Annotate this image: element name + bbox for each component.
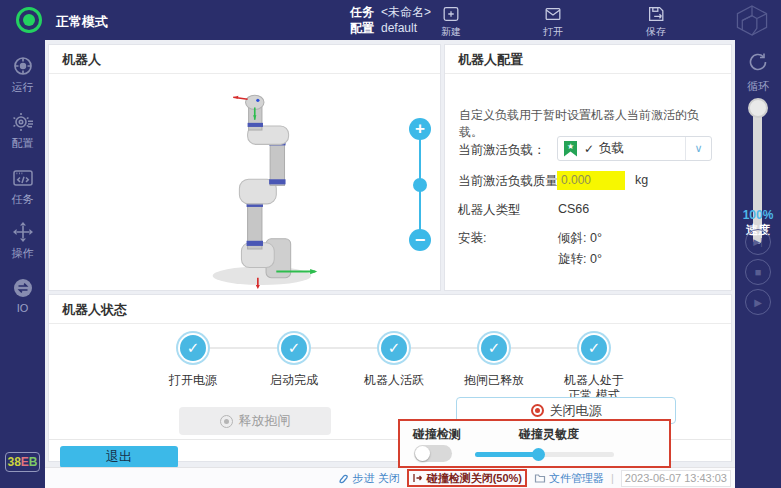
zoom-out-button[interactable]: − (409, 229, 431, 251)
config-value: default (381, 20, 417, 36)
loop-icon (746, 50, 770, 74)
badge-char-4: B (29, 455, 38, 469)
bottom-statusbar: 步进 关闭 碰撞检测关闭(50%) 文件管理器 | 2023-06-07 13:… (45, 467, 735, 488)
exit-button[interactable]: 退出 (60, 446, 178, 468)
robot-render (189, 89, 339, 289)
minus-icon: − (415, 230, 426, 251)
release-brake-button[interactable]: 释放抱闸 (179, 407, 331, 435)
sidebar-item-task-label: 任务 (0, 192, 45, 207)
exit-label: 退出 (106, 448, 132, 466)
save-task-button[interactable]: 保存 (632, 4, 680, 39)
step-text: 启动完成 (248, 373, 340, 388)
active-payload-label: 当前激活负载： (458, 142, 546, 159)
toggle-knob (415, 446, 430, 461)
sidebar-item-io-label: IO (0, 302, 45, 314)
payload-mass-unit: kg (635, 173, 648, 187)
loop-label: 循环 (735, 79, 781, 94)
sidebar-item-config-label: 配置 (0, 136, 45, 151)
left-sidebar: 运行 配置 任务 操作 IO 38EB (0, 40, 45, 488)
bookmark-icon: ★ (564, 141, 577, 157)
mount-label: 安装: (458, 230, 486, 247)
collision-status-text: 碰撞检测关闭(50%) (427, 471, 522, 486)
collision-detection-toggle[interactable] (414, 445, 452, 462)
stop-button[interactable]: ■ (745, 259, 771, 285)
robot-type-value: CS66 (558, 202, 589, 216)
payload-mass-label: 当前激活负载质量： (458, 173, 571, 190)
status-panel-title: 机器人状态 (49, 295, 731, 324)
sidebar-item-operate-label: 操作 (0, 246, 45, 261)
step-text: 机器人处于 (548, 373, 640, 388)
collision-detection-label: 碰撞检测 (413, 426, 461, 443)
mode-label: 正常模式 (56, 13, 108, 31)
step-text: 机器人活跃 (348, 373, 440, 388)
open-task-button[interactable]: 打开 (529, 4, 577, 39)
play-button[interactable]: ▶ (745, 289, 771, 315)
speed-value: 100% (735, 208, 781, 222)
collision-status-indicator[interactable]: 碰撞检测关闭(50%) (407, 469, 527, 487)
collision-sensitivity-slider[interactable] (475, 452, 614, 457)
file-manager-text: 文件管理器 (549, 471, 604, 486)
payload-dropdown-value: 负载 (599, 140, 624, 157)
robot-teach-pendant-app: 正常模式 任务 <未命名> 配置 default 新建 打开 保存 (0, 0, 781, 488)
right-sidebar: 循环 100% 速度 ▶| ■ ▶ (735, 40, 781, 488)
sidebar-item-run[interactable]: 运行 (0, 54, 45, 95)
check-icon: ✓ (588, 339, 601, 357)
file-manager-button[interactable]: 文件管理器 (534, 471, 604, 486)
new-task-label: 新建 (427, 25, 475, 39)
task-config-block: 任务 <未命名> 配置 default (350, 4, 431, 36)
sidebar-item-io[interactable]: IO (0, 276, 45, 314)
payload-mass-input[interactable]: 0.000 (557, 171, 625, 190)
chevron-down-icon: ∨ (685, 137, 711, 160)
step-text: 打开电源 (147, 373, 239, 388)
task-row: 任务 <未命名> (350, 4, 431, 20)
step-forward-button[interactable]: ▶| (745, 229, 771, 255)
mount-tilt-value: 倾斜: 0° (558, 230, 602, 247)
clock: 2023-06-07 13:43:03 (621, 470, 731, 487)
step-text: 抱闸已释放 (448, 373, 540, 388)
bookmark-star-glyph: ★ (567, 142, 574, 151)
brand-logo-icon (733, 4, 771, 41)
open-file-icon (543, 4, 563, 24)
step-mode-icon (338, 472, 350, 484)
collision-icon (412, 472, 424, 484)
check-icon: ✓ (288, 339, 301, 357)
new-file-icon (441, 4, 461, 24)
sidebar-item-operate[interactable]: 操作 (0, 220, 45, 261)
release-brake-label: 释放抱闸 (239, 412, 291, 430)
badge-char-1: 3 (7, 455, 14, 469)
new-task-button[interactable]: 新建 (427, 4, 475, 39)
step-power-on-check: ✓ (180, 335, 206, 361)
status-code-badge: 38EB (5, 452, 40, 472)
mode-status-icon (16, 7, 42, 33)
badge-char-3: E (21, 455, 29, 469)
loop-button[interactable]: 循环 (735, 50, 781, 94)
move-arrows-icon (11, 220, 35, 244)
robot-panel-title: 机器人 (49, 45, 440, 74)
payload-dropdown[interactable]: ★ ✓ 负载 ∨ (557, 136, 712, 161)
step-label-power-on: 打开电源 (147, 373, 239, 388)
plus-icon: + (415, 119, 425, 139)
zoom-slider-handle[interactable] (413, 178, 427, 192)
robot-view-panel: 机器人 + − (48, 44, 441, 291)
step-label-startup: 启动完成 (248, 373, 340, 388)
check-icon: ✓ (488, 339, 501, 357)
speed-slider-knob[interactable] (748, 98, 768, 118)
step-mode-indicator[interactable]: 步进 关闭 (338, 471, 400, 486)
step-startup-check: ✓ (281, 335, 307, 361)
slider-knob[interactable] (532, 448, 545, 461)
save-task-label: 保存 (632, 25, 680, 39)
sidebar-item-task[interactable]: 任务 (0, 166, 45, 207)
collision-settings-popup: 碰撞检测 碰撞灵敏度 (398, 419, 671, 468)
sidebar-item-config[interactable]: 配置 (0, 110, 45, 151)
step-mode-text: 步进 关闭 (353, 471, 400, 486)
zoom-in-button[interactable]: + (409, 118, 431, 140)
task-label: 任务 (350, 4, 374, 20)
step-mode-check: ✓ (581, 335, 607, 361)
brake-icon (220, 415, 233, 428)
check-icon: ✓ (187, 339, 200, 357)
sidebar-item-run-label: 运行 (0, 80, 45, 95)
config-row: 配置 default (350, 20, 431, 36)
config-label: 配置 (350, 20, 374, 36)
topbar: 正常模式 任务 <未命名> 配置 default 新建 打开 保存 (0, 0, 781, 40)
stop-icon: ■ (755, 266, 762, 278)
